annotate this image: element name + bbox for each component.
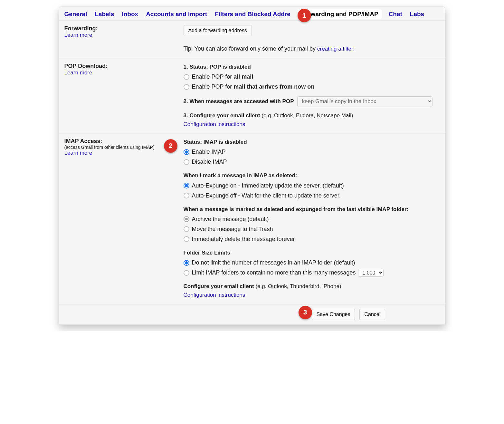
forwarding-tip: Tip: You can also forward only some of y… — [184, 44, 440, 53]
label-trash-message: Move the message to the Trash — [192, 225, 273, 234]
label-imap-enable: Enable IMAP — [192, 148, 226, 156]
pop-access-heading: 2. When messages are accessed with POP — [184, 97, 294, 106]
settings-tabs: General Labels Inbox Accounts and Import… — [59, 7, 445, 21]
imap-status-heading: Status: IMAP is disabled — [184, 138, 440, 146]
annotation-callout-1: 1 — [298, 9, 311, 22]
section-imap: 2 IMAP Access: (access Gmail from other … — [59, 133, 445, 304]
section-pop: POP Download: Learn more 1. Status: POP … — [59, 58, 445, 133]
radio-limit-folders[interactable] — [184, 270, 189, 276]
imap-mark-deleted-heading: When I mark a message in IMAP as deleted… — [184, 171, 440, 180]
forwarding-title: Forwarding: — [64, 25, 180, 32]
creating-filter-link[interactable]: creating a filter! — [317, 46, 355, 52]
section-forwarding: Forwarding: Learn more Add a forwarding … — [59, 21, 445, 58]
imap-configure-heading: Configure your email client (e.g. Outloo… — [184, 282, 440, 291]
forwarding-tip-text: Tip: You can also forward only some of y… — [184, 45, 318, 52]
pop-configure-heading: 3. Configure your email client (e.g. Out… — [184, 111, 440, 120]
imap-subtext: (access Gmail from other clients using I… — [64, 145, 180, 150]
imap-config-suffix: (e.g. Outlook, Thunderbird, iPhone) — [255, 283, 341, 289]
tab-labs[interactable]: Labs — [410, 11, 424, 18]
imap-expunged-heading: When a message is marked as deleted and … — [184, 205, 440, 214]
label-pop-all-mail: Enable POP for all mail — [192, 72, 253, 81]
cancel-button[interactable]: Cancel — [359, 309, 385, 320]
label-no-limit: Do not limit the number of messages in a… — [192, 258, 355, 267]
pop-config-suffix: (e.g. Outlook, Eudora, Netscape Mail) — [262, 112, 353, 119]
label-delete-forever: Immediately delete the message forever — [192, 235, 295, 244]
footer-actions: 3 Save Changes Cancel — [59, 304, 445, 324]
pop-title: POP Download: — [64, 63, 180, 70]
limit-folders-select[interactable]: 1,000 — [358, 269, 384, 277]
pop-status-prefix: 1. Status: — [184, 64, 210, 70]
pop-all-prefix: Enable POP for — [192, 73, 234, 80]
tab-labels[interactable]: Labels — [95, 11, 114, 18]
radio-pop-all-mail[interactable] — [184, 74, 189, 80]
label-archive-message: Archive the message (default) — [192, 215, 269, 224]
folder-size-heading: Folder Size Limits — [184, 249, 440, 257]
tab-inbox[interactable]: Inbox — [122, 11, 138, 18]
pop-config-prefix: 3. Configure your email client — [184, 112, 262, 119]
radio-imap-disable[interactable] — [184, 159, 189, 165]
radio-archive-message[interactable] — [184, 216, 189, 222]
tab-filters[interactable]: Filters and Blocked Addre — [215, 11, 290, 18]
pop-learn-more-link[interactable]: Learn more — [64, 70, 92, 76]
imap-status-prefix: Status: — [184, 139, 204, 145]
pop-status-value: POP is disabled — [210, 64, 251, 70]
label-limit-folders: Limit IMAP folders to contain no more th… — [192, 268, 356, 277]
save-changes-button[interactable]: Save Changes — [312, 309, 355, 320]
label-expunge-on: Auto-Expunge on - Immediately update the… — [192, 181, 344, 190]
imap-learn-more-link[interactable]: Learn more — [64, 150, 92, 156]
label-pop-from-now: Enable POP for mail that arrives from no… — [192, 82, 315, 91]
radio-trash-message[interactable] — [184, 226, 189, 232]
imap-config-prefix: Configure your email client — [184, 283, 256, 289]
tab-general[interactable]: General — [64, 11, 87, 18]
pop-now-prefix: Enable POP for — [192, 83, 234, 90]
annotation-callout-2: 2 — [164, 139, 177, 153]
radio-pop-from-now[interactable] — [184, 84, 189, 90]
tab-accounts[interactable]: Accounts and Import — [146, 11, 207, 18]
pop-now-bold: mail that arrives from now on — [233, 83, 314, 90]
imap-config-instructions-link[interactable]: Configuration instructions — [184, 292, 245, 298]
pop-status-heading: 1. Status: POP is disabled — [184, 63, 440, 71]
pop-config-instructions-link[interactable]: Configuration instructions — [184, 121, 245, 127]
radio-expunge-off[interactable] — [184, 193, 189, 198]
pop-all-bold: all mail — [233, 73, 253, 80]
radio-imap-enable[interactable] — [184, 149, 189, 155]
label-expunge-off: Auto-Expunge off - Wait for the client t… — [192, 191, 341, 200]
label-imap-disable: Disable IMAP — [192, 158, 227, 166]
tab-chat[interactable]: Chat — [389, 11, 402, 18]
forwarding-learn-more-link[interactable]: Learn more — [64, 32, 92, 38]
imap-status-value: IMAP is disabled — [204, 139, 247, 145]
pop-access-select[interactable]: keep Gmail's copy in the Inbox — [297, 96, 433, 106]
add-forwarding-address-button[interactable]: Add a forwarding address — [184, 25, 252, 36]
annotation-callout-3: 3 — [299, 306, 312, 319]
radio-delete-forever[interactable] — [184, 236, 189, 242]
radio-no-limit[interactable] — [184, 260, 189, 266]
imap-title: IMAP Access: — [64, 138, 180, 145]
radio-expunge-on[interactable] — [184, 183, 189, 188]
